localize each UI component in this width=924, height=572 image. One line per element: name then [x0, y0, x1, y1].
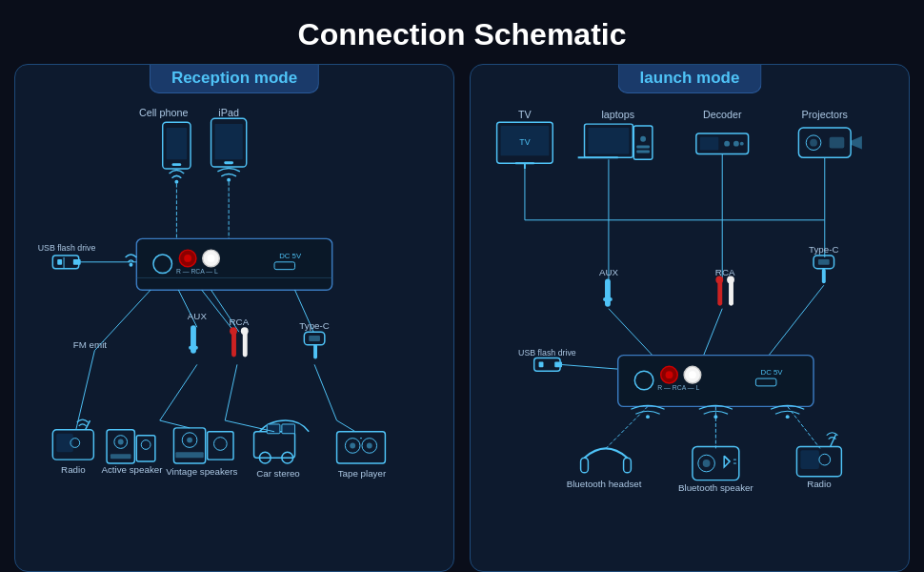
cell-phone-icon: [163, 122, 191, 184]
svg-rect-94: [830, 137, 845, 149]
svg-rect-65: [282, 424, 295, 434]
svg-line-128: [606, 406, 648, 448]
svg-line-42: [314, 364, 336, 420]
svg-line-40: [160, 364, 197, 420]
svg-rect-107: [729, 279, 733, 305]
svg-rect-5: [214, 124, 242, 159]
car-stereo-icon: [254, 420, 310, 463]
svg-point-145: [819, 454, 831, 465]
reception-panel: Reception mode Cell phone: [14, 64, 454, 572]
svg-line-118: [560, 364, 620, 369]
svg-point-53: [141, 440, 151, 450]
svg-rect-51: [110, 454, 131, 459]
svg-rect-38: [309, 336, 320, 341]
svg-line-73: [337, 420, 356, 432]
svg-point-88: [724, 141, 730, 147]
tv-icon: TV: [497, 122, 553, 169]
type-c-label: Type-C: [299, 320, 329, 331]
cell-phone-label: Cell phone: [139, 107, 188, 118]
svg-rect-143: [800, 450, 819, 469]
svg-point-13: [184, 255, 191, 262]
svg-rect-33: [231, 331, 236, 357]
svg-rect-103: [605, 278, 611, 306]
bluetooth-headset-icon: [581, 448, 632, 472]
decoder-label: Decoder: [703, 109, 742, 120]
svg-point-93: [810, 139, 817, 147]
svg-point-36: [241, 327, 249, 335]
svg-point-25: [130, 263, 133, 267]
svg-rect-52: [136, 436, 155, 461]
usb-flash-drive-icon: [52, 255, 80, 269]
svg-rect-61: [254, 432, 295, 458]
svg-point-124: [689, 371, 696, 378]
vintage-speakers-label: Vintage speakers: [166, 466, 237, 477]
svg-point-59: [213, 438, 227, 451]
svg-line-114: [769, 285, 824, 355]
svg-text:TV: TV: [519, 137, 530, 147]
diagrams-row: Reception mode Cell phone: [5, 64, 919, 572]
svg-rect-64: [267, 424, 280, 434]
aux-jack-right: [603, 278, 613, 306]
svg-line-112: [609, 309, 653, 356]
svg-rect-32: [189, 346, 198, 350]
svg-line-130: [788, 406, 820, 448]
svg-line-139: [724, 456, 730, 461]
reception-diagram: Cell phone iPad: [25, 74, 444, 562]
svg-rect-80: [588, 128, 629, 153]
laptops-icon: [578, 124, 653, 159]
main-device: DC 5V R — RCA — L: [136, 238, 331, 290]
svg-rect-82: [633, 126, 653, 159]
page-title: Connection Schematic: [298, 0, 627, 64]
svg-rect-22: [57, 259, 62, 265]
svg-rect-111: [822, 269, 826, 284]
reception-mode-label: Reception mode: [150, 64, 319, 93]
svg-rect-105: [717, 279, 722, 305]
usb-label-right: USB flash drive: [518, 348, 576, 358]
svg-point-120: [634, 371, 653, 390]
svg-point-15: [208, 255, 215, 262]
svg-line-60: [160, 420, 190, 428]
svg-line-113: [704, 309, 723, 356]
aux-label-right: AUX: [599, 268, 619, 278]
svg-rect-54: [173, 428, 205, 463]
svg-point-122: [666, 371, 673, 378]
svg-rect-117: [539, 361, 544, 367]
svg-point-83: [640, 136, 646, 142]
svg-line-144: [831, 435, 836, 447]
radio-icon-left: [52, 419, 93, 460]
svg-point-69: [350, 443, 355, 449]
svg-rect-104: [603, 297, 613, 301]
svg-point-131: [646, 415, 650, 419]
svg-point-89: [733, 141, 739, 147]
svg-text:R — RCA — L: R — RCA — L: [176, 268, 218, 275]
active-speaker-label: Active speaker: [101, 464, 163, 475]
launch-diagram: TV TV laptops: [480, 74, 899, 562]
rca-label-right: RCA: [715, 268, 735, 278]
projectors-icon: [798, 128, 861, 157]
svg-rect-2: [171, 163, 181, 166]
svg-rect-1: [167, 128, 188, 159]
launch-mode-label: launch mode: [618, 64, 762, 93]
svg-rect-85: [636, 151, 650, 153]
bluetooth-headset-label: Bluetooth headset: [567, 479, 642, 489]
svg-rect-135: [624, 458, 632, 473]
svg-rect-84: [636, 146, 650, 149]
svg-point-11: [153, 255, 172, 274]
tape-player-icon: [337, 432, 386, 463]
svg-point-56: [187, 438, 192, 443]
svg-point-34: [230, 327, 237, 335]
svg-rect-58: [208, 432, 233, 460]
radio-label-left: Radio: [61, 464, 86, 475]
svg-rect-134: [581, 458, 589, 473]
svg-rect-57: [175, 452, 203, 458]
tv-label: TV: [518, 109, 532, 120]
svg-line-41: [225, 364, 237, 420]
usb-label-left: USB flash drive: [38, 243, 96, 253]
rca-right: [715, 276, 734, 306]
svg-point-138: [703, 460, 711, 467]
radio-icon-right: [796, 433, 841, 477]
vintage-speakers-icon: [173, 428, 233, 463]
aux-label: AUX: [188, 311, 208, 321]
decoder-icon: [696, 133, 749, 154]
svg-rect-67: [337, 432, 386, 463]
